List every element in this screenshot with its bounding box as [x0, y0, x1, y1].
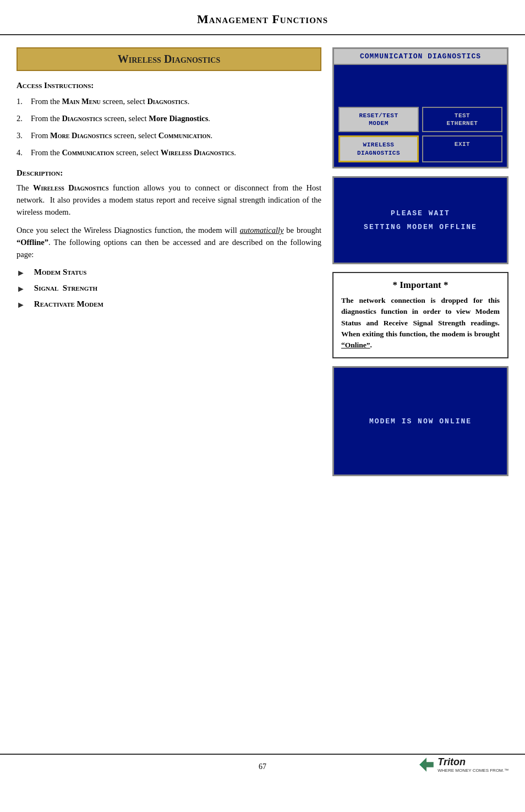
description-para-2: Once you select the Wireless Diagnostics… [17, 225, 321, 260]
important-box: * Important * The network connection is … [332, 272, 508, 358]
svg-marker-1 [419, 762, 423, 767]
access-list: 1. From the Main Menu screen, select Dia… [17, 96, 321, 159]
please-wait-text: PLEASE WAIT [391, 209, 450, 217]
important-title: * Important * [341, 280, 500, 291]
setting-offline-text: SETTING MODEM OFFLINE [364, 223, 477, 231]
list-item: 4. From the Communication screen, select… [17, 147, 321, 159]
triton-icon [418, 756, 435, 773]
triton-text: Triton [438, 756, 508, 768]
comm-diagnostics-screen: COMMUNICATION DIAGNOSTICS RESET/TESTMODE… [332, 47, 508, 168]
screen-body: RESET/TESTMODEM TESTETHERNET WIRELESSDIA… [334, 65, 507, 167]
description-para-1: The Wireless Diagnostics function allows… [17, 182, 321, 218]
list-item: 3. From More Diagnostics screen, select … [17, 130, 321, 141]
arrow-icon: ► [17, 268, 25, 278]
reset-test-modem-button[interactable]: RESET/TESTMODEM [338, 107, 419, 133]
list-item: ► Reactivate Modem [17, 299, 321, 310]
screen-title-bar: COMMUNICATION DIAGNOSTICS [334, 49, 507, 65]
list-item: 1. From the Main Menu screen, select Dia… [17, 96, 321, 107]
main-content: Wireless Diagnostics Access Instructions… [0, 35, 525, 754]
access-heading: Access Instructions: [17, 81, 321, 90]
section-title-box: Wireless Diagnostics [17, 47, 321, 71]
list-item: 2. From the Diagnostics screen, select M… [17, 113, 321, 124]
offline-screen: PLEASE WAIT SETTING MODEM OFFLINE [332, 176, 508, 264]
arrow-icon: ► [17, 300, 25, 310]
section-title: Wireless Diagnostics [118, 53, 221, 65]
right-column: COMMUNICATION DIAGNOSTICS RESET/TESTMODE… [332, 47, 508, 748]
triton-logo: Triton WHERE MONEY COMES FROM.™ [418, 756, 508, 773]
page: Management Functions Wireless Diagnostic… [0, 0, 525, 812]
bullet-list: ► Modem Status ► Signal Strength ► React… [17, 268, 321, 310]
page-footer: 67 Triton WHERE MONEY COMES FROM.™ [0, 754, 525, 779]
important-body: The network connection is dropped for th… [341, 295, 500, 351]
list-item: ► Modem Status [17, 268, 321, 278]
screen-buttons: RESET/TESTMODEM TESTETHERNET WIRELESSDIA… [338, 107, 502, 162]
page-number: 67 [259, 762, 266, 771]
arrow-icon: ► [17, 284, 25, 294]
online-screen: MODEM IS NOW ONLINE [332, 366, 508, 476]
page-title: Management Functions [197, 12, 328, 26]
triton-tagline: WHERE MONEY COMES FROM.™ [438, 768, 508, 773]
test-ethernet-button[interactable]: TESTETHERNET [422, 107, 502, 133]
wireless-diagnostics-button[interactable]: WIRELESSDIAGNOSTICS [338, 135, 419, 162]
list-item: ► Signal Strength [17, 284, 321, 294]
exit-button[interactable]: EXIT [422, 135, 502, 162]
left-column: Wireless Diagnostics Access Instructions… [17, 47, 321, 748]
page-header: Management Functions [0, 0, 525, 35]
description-heading: Description: [17, 168, 321, 178]
screen-title-text: COMMUNICATION DIAGNOSTICS [360, 52, 481, 61]
online-text: MODEM IS NOW ONLINE [369, 417, 472, 426]
